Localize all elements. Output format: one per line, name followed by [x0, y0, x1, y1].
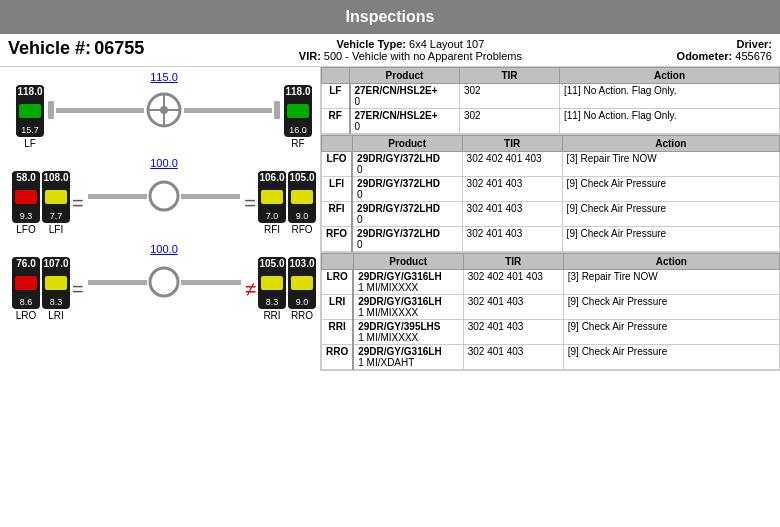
axle2-eq-right: =: [244, 192, 256, 215]
axle1-row: 118.0 15.7 LF: [8, 85, 320, 149]
row-action: [11] No Action. Flag Only.: [560, 84, 780, 109]
rfo-tire-block: 105.0 9.0 RFO: [288, 171, 316, 235]
axle1-line-right: [184, 108, 272, 113]
driver-label: Driver:: [737, 38, 772, 50]
lf-tire: 118.0 15.7: [16, 85, 44, 137]
row-product: 29DR/GY/372LHD0: [352, 202, 462, 227]
axle3-circle-svg: [147, 265, 181, 299]
rri-indicator: [261, 276, 283, 290]
section3-table: Product TIR Action LRO29DR/GY/G316LH1 MI…: [321, 253, 780, 370]
rfo-tire: 105.0 9.0: [288, 171, 316, 223]
axle2-row: 58.0 9.3 LFO 108.0 7.7 LFI: [8, 171, 320, 235]
row-tir: 302 401 403: [462, 227, 562, 252]
s3-col-action: Action: [563, 254, 779, 270]
lfi-tire-block: 108.0 7.7 LFI: [42, 171, 70, 235]
lf-tire-block: 118.0 15.7 LF: [16, 85, 44, 149]
row-tir: 302: [460, 109, 560, 134]
axle3-connector: [88, 265, 241, 299]
main-content: 115.0 118.0 15.7 LF: [0, 67, 780, 371]
row-position-label: LRI: [322, 295, 354, 320]
lfo-top-val: 58.0: [12, 173, 40, 183]
vehicle-label: Vehicle #:: [8, 38, 91, 58]
lro-tire: 76.0 8.6: [12, 257, 40, 309]
lri-top-val: 107.0: [42, 259, 70, 269]
rro-tire-block: 103.0 9.0 RRO: [288, 257, 316, 321]
axle1-distance: 115.0: [8, 71, 320, 83]
product-sub: 0: [355, 96, 456, 107]
product-sub: 1 MI/MIXXXX: [358, 332, 459, 343]
product-name: 29DR/GY/G316LH: [358, 271, 459, 282]
rfi-tire-block: 106.0 7.0 RFI: [258, 171, 286, 235]
row-product: 29DR/GY/372LHD0: [352, 152, 462, 177]
axle3-circle-container: [147, 265, 181, 299]
product-sub: 0: [355, 121, 456, 132]
product-name: 27ER/CN/HSL2E+: [355, 110, 456, 121]
rf-top-val: 118.0: [284, 87, 312, 97]
svg-point-5: [150, 268, 178, 296]
lro-top-val: 76.0: [12, 259, 40, 269]
row-action: [3] Repair Tire NOW: [563, 270, 779, 295]
vehicle-type-line: Vehicle Type: 6x4 Layout 107: [164, 38, 656, 50]
axle1-line-left: [56, 108, 144, 113]
table-row: RRI29DR/GY/395LHS1 MI/MIXXXX302 401 403[…: [322, 320, 780, 345]
axle2-section: 100.0 58.0 9.3 LFO 108.0: [8, 157, 320, 235]
row-position-label: LRO: [322, 270, 354, 295]
rri-label: RRI: [263, 310, 280, 321]
vehicle-type-value: 6x4 Layout 107: [409, 38, 484, 50]
lri-bottom-val: 8.3: [42, 297, 70, 307]
row-product: 29DR/GY/G316LH1 MI/MIXXXX: [353, 295, 463, 320]
row-position-label: RFO: [322, 227, 353, 252]
product-sub: 0: [357, 239, 458, 250]
rfo-top-val: 105.0: [288, 173, 316, 183]
rri-bottom-val: 8.3: [258, 297, 286, 307]
row-action: [9] Check Air Pressure: [563, 345, 779, 370]
right-rear-tires: 105.0 8.3 RRI 103.0 9.0 RRO: [258, 257, 316, 321]
row-tir: 302 402 401 403: [462, 152, 562, 177]
rro-indicator: [291, 276, 313, 290]
rf-side-top: [274, 101, 280, 119]
row-tir: 302 401 403: [462, 177, 562, 202]
table-row: LRO29DR/GY/G316LH1 MI/MIXXXX302 402 401 …: [322, 270, 780, 295]
row-position-label: RRI: [322, 320, 354, 345]
rri-top-val: 105.0: [258, 259, 286, 269]
steering-wheel-svg: [144, 90, 184, 130]
s3-col-label: [322, 254, 354, 270]
s2-col-action: Action: [562, 136, 779, 152]
lri-tire-block: 107.0 8.3 LRI: [42, 257, 70, 321]
product-sub: 0: [357, 164, 458, 175]
axle2-line-right: [181, 194, 240, 199]
row-action: [9] Check Air Pressure: [562, 227, 779, 252]
product-name: 29DR/GY/395LHS: [358, 321, 459, 332]
s3-col-tir: TIR: [463, 254, 563, 270]
lfi-tire: 108.0 7.7: [42, 171, 70, 223]
row-product: 27ER/CN/HSL2E+0: [350, 84, 460, 109]
vehicle-meta: Vehicle Type: 6x4 Layout 107 VIR: 500 - …: [164, 38, 656, 62]
row-position-label: LFI: [322, 177, 353, 202]
s1-col-label: [322, 68, 350, 84]
vehicle-number-section: Vehicle #: 06755: [8, 38, 144, 59]
lfi-bottom-val: 7.7: [42, 211, 70, 221]
row-product: 29DR/GY/G316LH1 MI/XDAHT: [353, 345, 463, 370]
axle2-distance: 100.0: [8, 157, 320, 169]
row-position-label: LF: [322, 84, 350, 109]
row-action: [11] No Action. Flag Only.: [560, 109, 780, 134]
left-drive-tires: 58.0 9.3 LFO 108.0 7.7 LFI: [12, 171, 70, 235]
product-name: 29DR/GY/G316LH: [358, 346, 459, 357]
vehicle-number: 06755: [94, 38, 144, 58]
product-name: 29DR/GY/372LHD: [357, 203, 458, 214]
table-row: LFI29DR/GY/372LHD0302 401 403[9] Check A…: [322, 177, 780, 202]
table-row: LF27ER/CN/HSL2E+0302[11] No Action. Flag…: [322, 84, 780, 109]
lri-label: LRI: [48, 310, 64, 321]
product-sub: 1 MI/MIXXXX: [358, 282, 459, 293]
lfo-tire: 58.0 9.3: [12, 171, 40, 223]
rfi-indicator: [261, 190, 283, 204]
s1-col-product: Product: [350, 68, 460, 84]
product-name: 29DR/GY/372LHD: [357, 178, 458, 189]
odometer-value: 455676: [735, 50, 772, 62]
lf-label: LF: [24, 138, 36, 149]
lfo-label: LFO: [16, 224, 35, 235]
axle2-eq-left: =: [72, 192, 84, 215]
lfi-label: LFI: [49, 224, 63, 235]
row-tir: 302 401 403: [463, 345, 563, 370]
axle-diagram-column: 115.0 118.0 15.7 LF: [0, 67, 320, 371]
